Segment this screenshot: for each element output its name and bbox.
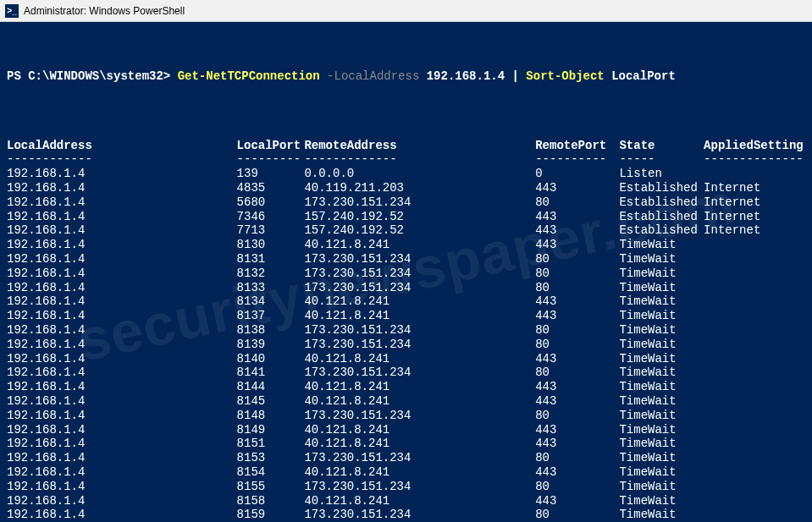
sep-applied: -------------- — [704, 152, 805, 167]
cell-local: 192.168.1.4 — [7, 281, 237, 295]
cell-state: TimeWait — [619, 409, 704, 423]
table-row: 192.168.1.48131173.230.151.23480TimeWait — [7, 252, 805, 266]
cell-state: TimeWait — [619, 252, 704, 266]
cell-raddr: 157.240.192.52 — [304, 210, 535, 224]
sep-state: ----- — [619, 152, 704, 167]
cell-state: TimeWait — [619, 365, 704, 380]
cell-state: Established — [619, 195, 704, 210]
header-localport: LocalPort — [237, 139, 305, 153]
cell-applied — [704, 508, 805, 522]
table-row: 192.168.1.41390.0.0.00Listen — [7, 167, 805, 181]
table-row: 192.168.1.48138173.230.151.23480TimeWait — [7, 323, 805, 338]
cmdlet-1: Get-NetTCPConnection — [178, 69, 320, 83]
cell-applied — [704, 451, 805, 465]
cell-applied — [704, 338, 805, 352]
cell-local: 192.168.1.4 — [7, 451, 237, 465]
table-row: 192.168.1.48159173.230.151.23480TimeWait — [7, 508, 805, 522]
cell-state: TimeWait — [619, 494, 704, 508]
cell-local: 192.168.1.4 — [7, 365, 237, 380]
cell-local: 192.168.1.4 — [7, 508, 237, 522]
table-row: 192.168.1.4814940.121.8.241443TimeWait — [7, 423, 805, 437]
cell-local: 192.168.1.4 — [7, 309, 237, 323]
cell-rport: 80 — [535, 508, 619, 522]
cell-local: 192.168.1.4 — [7, 352, 237, 366]
cell-rport: 443 — [535, 294, 619, 309]
sep-lport: --------- — [237, 152, 305, 167]
cell-raddr: 40.121.8.241 — [304, 465, 535, 480]
table-row: 192.168.1.48139173.230.151.23480TimeWait — [7, 338, 805, 352]
cell-rport: 443 — [535, 223, 619, 238]
cell-lport: 8149 — [237, 423, 305, 437]
window-titlebar[interactable]: >_ Administrator: Windows PowerShell — [0, 0, 812, 22]
cell-state: TimeWait — [619, 394, 704, 409]
table-row: 192.168.1.4815440.121.8.241443TimeWait — [7, 465, 805, 480]
cell-applied — [704, 252, 805, 266]
cell-rport: 80 — [535, 365, 619, 380]
cell-raddr: 173.230.151.234 — [304, 323, 535, 338]
param-name: -LocalAddress — [320, 69, 427, 83]
cell-state: TimeWait — [619, 323, 704, 338]
command-line: PS C:\WINDOWS\system32> Get-NetTCPConnec… — [7, 69, 805, 84]
table-row: 192.168.1.47713157.240.192.52443Establis… — [7, 223, 805, 238]
cell-raddr: 40.121.8.241 — [304, 294, 535, 309]
cell-state: TimeWait — [619, 380, 704, 394]
cell-lport: 8148 — [237, 409, 305, 423]
cell-state: TimeWait — [619, 465, 704, 480]
prompt-text: PS C:\WINDOWS\system32> — [7, 69, 178, 83]
cell-applied: Internet — [704, 181, 805, 195]
cell-applied — [704, 167, 805, 181]
cell-applied — [704, 380, 805, 394]
cell-local: 192.168.1.4 — [7, 380, 237, 394]
cell-lport: 8134 — [237, 294, 305, 309]
cell-applied — [704, 394, 805, 409]
cell-applied — [704, 281, 805, 295]
cell-lport: 8140 — [237, 352, 305, 366]
window-title: Administrator: Windows PowerShell — [24, 5, 185, 17]
cell-state: TimeWait — [619, 294, 704, 309]
cell-rport: 80 — [535, 195, 619, 210]
cell-applied: Internet — [704, 195, 805, 210]
cell-rport: 80 — [535, 409, 619, 423]
table-row: 192.168.1.48132173.230.151.23480TimeWait — [7, 266, 805, 281]
cell-lport: 8130 — [237, 238, 305, 252]
cell-applied — [704, 423, 805, 437]
table-row: 192.168.1.48133173.230.151.23480TimeWait — [7, 281, 805, 295]
cell-local: 192.168.1.4 — [7, 423, 237, 437]
cell-lport: 8139 — [237, 338, 305, 352]
table-row: 192.168.1.4813740.121.8.241443TimeWait — [7, 309, 805, 323]
cell-raddr: 173.230.151.234 — [304, 338, 535, 352]
table-row: 192.168.1.4815140.121.8.241443TimeWait — [7, 437, 805, 451]
cell-local: 192.168.1.4 — [7, 394, 237, 409]
cell-lport: 8141 — [237, 365, 305, 380]
cmdlet-2: Sort-Object — [526, 69, 604, 83]
sep-local: ------------ — [7, 152, 237, 167]
cell-raddr: 40.121.8.241 — [304, 352, 535, 366]
cell-lport: 139 — [237, 167, 305, 181]
cell-state: TimeWait — [619, 238, 704, 252]
cell-raddr: 40.121.8.241 — [304, 380, 535, 394]
cell-applied — [704, 266, 805, 281]
header-state: State — [619, 139, 704, 153]
table-row: 192.168.1.4815840.121.8.241443TimeWait — [7, 494, 805, 508]
cell-lport: 8153 — [237, 451, 305, 465]
cell-applied — [704, 437, 805, 451]
terminal-pane[interactable]: securitynewspaper.com PS C:\WINDOWS\syst… — [0, 22, 812, 522]
cell-applied — [704, 294, 805, 309]
cell-raddr: 40.121.8.241 — [304, 494, 535, 508]
cell-state: TimeWait — [619, 423, 704, 437]
cell-lport: 8159 — [237, 508, 305, 522]
cell-lport: 8144 — [237, 380, 305, 394]
table-row: 192.168.1.4813440.121.8.241443TimeWait — [7, 294, 805, 309]
cell-state: TimeWait — [619, 437, 704, 451]
cell-raddr: 40.121.8.241 — [304, 423, 535, 437]
cell-raddr: 40.119.211.203 — [304, 181, 535, 195]
cell-local: 192.168.1.4 — [7, 195, 237, 210]
cell-local: 192.168.1.4 — [7, 465, 237, 480]
cell-rport: 443 — [535, 181, 619, 195]
cell-rport: 80 — [535, 451, 619, 465]
cell-raddr: 40.121.8.241 — [304, 437, 535, 451]
cell-rport: 80 — [535, 338, 619, 352]
table-row: 192.168.1.48148173.230.151.23480TimeWait — [7, 409, 805, 423]
cell-lport: 8158 — [237, 494, 305, 508]
cell-applied — [704, 494, 805, 508]
